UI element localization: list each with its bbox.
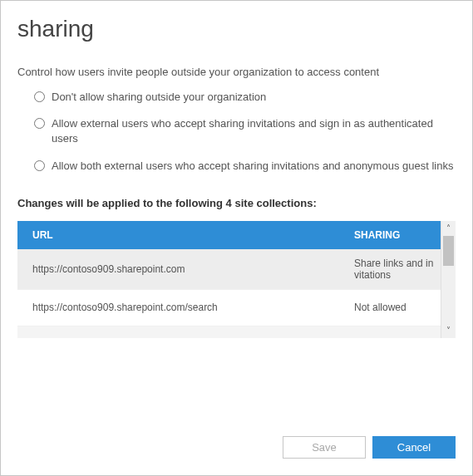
cell-sharing: Not allowed	[346, 293, 441, 321]
table-row[interactable]: https://contoso909.sharepoint.com Share …	[17, 249, 441, 290]
cell-url: https://contoso909.sharepoint.com/search	[17, 293, 346, 321]
header-url: URL	[17, 229, 346, 241]
scroll-down-button[interactable]: ˅	[441, 323, 456, 338]
chevron-down-icon: ˅	[446, 326, 451, 335]
cancel-button[interactable]: Cancel	[372, 436, 456, 459]
option-anonymous[interactable]: Allow both external users who accept sha…	[34, 159, 456, 174]
table-scrollbar[interactable]: ˄ ˅	[441, 221, 456, 338]
option-label: Allow both external users who accept sha…	[52, 159, 453, 174]
table-footer-strip	[17, 326, 441, 338]
header-sharing: SHARING	[346, 229, 441, 241]
chevron-up-icon: ˄	[446, 223, 451, 233]
cell-url: https://contoso909.sharepoint.com	[17, 255, 346, 283]
sharing-option-group: Don't allow sharing outside your organiz…	[17, 90, 456, 174]
scroll-track[interactable]	[441, 236, 456, 323]
site-collections-table-wrapper: URL SHARING https://contoso909.sharepoin…	[17, 221, 456, 338]
site-collections-table: URL SHARING https://contoso909.sharepoin…	[17, 221, 441, 338]
radio-external-auth[interactable]	[34, 118, 45, 129]
table-row[interactable]: https://contoso909.sharepoint.com/search…	[17, 290, 441, 326]
option-external-auth[interactable]: Allow external users who accept sharing …	[34, 116, 456, 146]
table-header: URL SHARING	[17, 221, 441, 249]
save-button[interactable]: Save	[283, 436, 366, 459]
changes-label: Changes will be applied to the following…	[17, 197, 456, 209]
scroll-thumb[interactable]	[443, 236, 454, 266]
scroll-up-button[interactable]: ˄	[441, 221, 456, 236]
option-label: Allow external users who accept sharing …	[52, 116, 456, 146]
radio-anonymous[interactable]	[34, 160, 45, 171]
option-label: Don't allow sharing outside your organiz…	[52, 90, 266, 105]
sharing-dialog: sharing Control how users invite people …	[0, 0, 473, 476]
radio-no-sharing[interactable]	[34, 91, 45, 102]
dialog-title: sharing	[17, 16, 456, 42]
dialog-buttons: Save Cancel	[283, 436, 456, 459]
dialog-description: Control how users invite people outside …	[17, 66, 456, 78]
option-no-sharing[interactable]: Don't allow sharing outside your organiz…	[34, 90, 456, 105]
cell-sharing: Share links and invitations	[346, 249, 441, 289]
